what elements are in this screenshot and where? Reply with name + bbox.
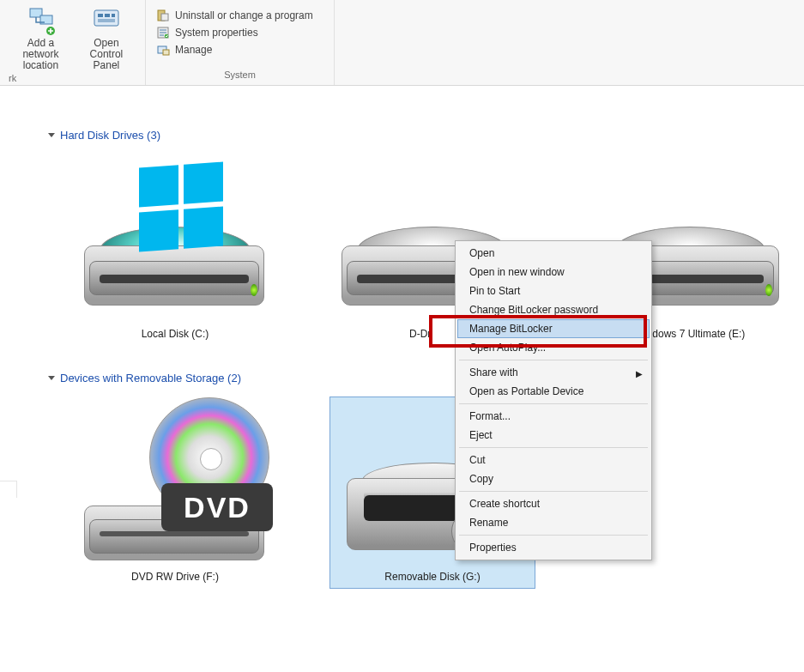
svg-rect-3	[94, 10, 118, 26]
submenu-arrow-icon: ▶	[636, 367, 643, 381]
svg-rect-9	[161, 14, 168, 21]
ctx-pin-to-start[interactable]: Pin to Start	[457, 282, 650, 300]
drive-label: D-Dr	[409, 328, 431, 340]
collapse-icon	[48, 376, 55, 380]
section-title: Devices with Removable Storage (2)	[60, 372, 241, 384]
svg-rect-7	[98, 19, 115, 22]
add-network-location-button[interactable]: Add a networklocation	[7, 3, 75, 71]
context-menu: Open Open in new window Pin to Start Cha…	[455, 240, 652, 560]
ribbon-group-system: Uninstall or change a program System pro…	[146, 0, 335, 85]
manage-button[interactable]: Manage	[153, 41, 317, 58]
ctx-share-with[interactable]: Share with▶	[457, 363, 650, 382]
ctx-open-autoplay[interactable]: Open AutoPlay...	[457, 338, 650, 357]
ctx-copy[interactable]: Copy	[457, 469, 650, 488]
open-control-panel-label: Open ControlPanel	[80, 38, 133, 71]
open-control-panel-button[interactable]: Open ControlPanel	[75, 3, 138, 71]
drive-label: DVD RW Drive (F:)	[131, 571, 219, 583]
system-properties-button[interactable]: System properties	[153, 24, 317, 41]
ribbon-group-caption-system: System	[153, 68, 327, 83]
svg-rect-6	[112, 14, 115, 17]
add-network-location-label: Add a networklocation	[12, 38, 70, 71]
manage-label: Manage	[175, 44, 212, 56]
section-title: Hard Disk Drives (3)	[60, 129, 160, 142]
system-properties-label: System properties	[175, 27, 258, 39]
windows-logo-icon	[139, 162, 223, 252]
ctx-eject[interactable]: Eject	[457, 426, 650, 445]
ctx-separator	[459, 403, 648, 404]
ctx-cut[interactable]: Cut	[457, 451, 650, 469]
ctx-properties[interactable]: Properties	[457, 538, 650, 557]
hdd-row: Local Disk (C:) D-Dr Windows 7 Ultimate …	[48, 145, 804, 372]
collapse-icon	[48, 133, 55, 137]
dvd-text-icon: DVD	[161, 483, 273, 531]
svg-rect-4	[98, 14, 103, 17]
ctx-separator	[459, 360, 648, 360]
uninstall-program-button[interactable]: Uninstall or change a program	[153, 7, 317, 24]
ctx-rename[interactable]: Rename	[457, 513, 650, 532]
removable-row: DVD DVD RW Drive (F:) Removable Disk (G:…	[48, 388, 804, 614]
nav-pane-stub	[0, 481, 17, 498]
ctx-separator	[459, 535, 648, 536]
drive-label: Local Disk (C:)	[142, 328, 209, 340]
ribbon: Add a networklocation Open ControlPanel …	[0, 0, 804, 86]
svg-rect-5	[105, 14, 110, 17]
ribbon-group-network: Add a networklocation Open ControlPanel …	[0, 0, 146, 85]
ctx-manage-bitlocker[interactable]: Manage BitLocker	[457, 319, 650, 338]
ctx-format[interactable]: Format...	[457, 407, 650, 426]
svg-rect-13	[163, 50, 169, 55]
ctx-separator	[459, 447, 648, 448]
drive-dvd-f[interactable]: DVD DVD RW Drive (F:)	[72, 397, 278, 589]
ctx-open-portable-device[interactable]: Open as Portable Device	[457, 382, 650, 401]
ctx-change-bitlocker-password[interactable]: Change BitLocker password	[457, 300, 650, 319]
drive-label: Removable Disk (G:)	[384, 571, 480, 583]
ctx-open-new-window[interactable]: Open in new window	[457, 263, 650, 282]
uninstall-program-label: Uninstall or change a program	[175, 9, 313, 21]
drive-local-c[interactable]: Local Disk (C:)	[72, 154, 278, 346]
content-area: Hard Disk Drives (3) Local Disk (C:) D-D…	[0, 86, 804, 614]
ctx-create-shortcut[interactable]: Create shortcut	[457, 494, 650, 513]
ctx-separator	[459, 491, 648, 492]
section-removable-storage[interactable]: Devices with Removable Storage (2)	[48, 372, 804, 384]
ribbon-group-caption-network: rk	[7, 71, 138, 87]
section-hard-disk-drives[interactable]: Hard Disk Drives (3)	[48, 129, 804, 142]
ctx-open[interactable]: Open	[457, 244, 650, 263]
